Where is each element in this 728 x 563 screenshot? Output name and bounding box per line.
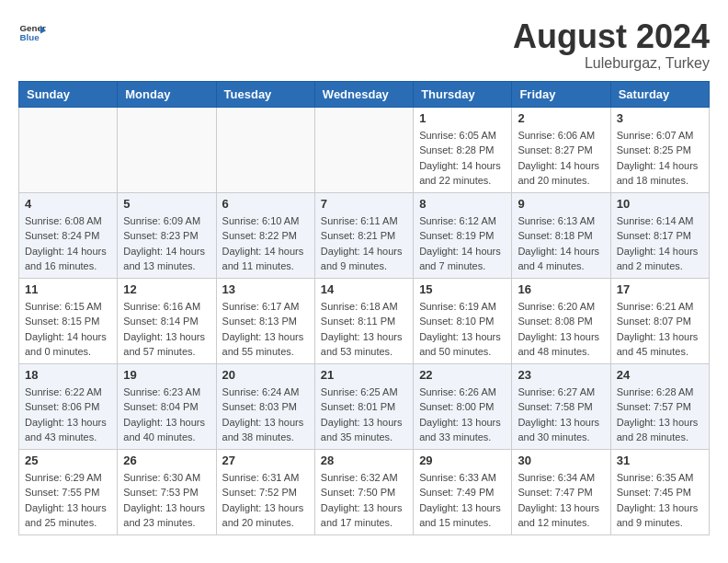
calendar-day-cell: 10Sunrise: 6:14 AMSunset: 8:17 PMDayligh… — [610, 192, 709, 278]
calendar-day-cell: 11Sunrise: 6:15 AMSunset: 8:15 PMDayligh… — [19, 278, 118, 363]
day-info: Sunrise: 6:10 AMSunset: 8:22 PMDaylight:… — [222, 213, 309, 274]
day-number: 28 — [321, 454, 407, 467]
calendar-day-cell — [118, 107, 216, 192]
day-number: 11 — [25, 282, 111, 296]
calendar-day-cell: 18Sunrise: 6:22 AMSunset: 8:06 PMDayligh… — [19, 363, 118, 449]
day-info: Sunrise: 6:19 AMSunset: 8:10 PMDaylight:… — [419, 299, 506, 360]
day-number: 6 — [222, 197, 309, 211]
day-number: 17 — [617, 282, 703, 296]
calendar-day-cell: 31Sunrise: 6:35 AMSunset: 7:45 PMDayligh… — [610, 449, 709, 534]
calendar-day-cell — [314, 107, 413, 192]
day-info: Sunrise: 6:11 AMSunset: 8:21 PMDaylight:… — [321, 213, 407, 274]
day-number: 23 — [518, 368, 604, 382]
day-info: Sunrise: 6:33 AMSunset: 7:49 PMDaylight:… — [419, 470, 506, 531]
day-number: 16 — [518, 282, 604, 296]
calendar-day-cell: 8Sunrise: 6:12 AMSunset: 8:19 PMDaylight… — [414, 192, 512, 278]
day-number: 27 — [222, 454, 309, 467]
day-info: Sunrise: 6:23 AMSunset: 8:04 PMDaylight:… — [123, 385, 210, 445]
calendar-day-cell: 14Sunrise: 6:18 AMSunset: 8:11 PMDayligh… — [314, 278, 413, 363]
day-info: Sunrise: 6:16 AMSunset: 8:14 PMDaylight:… — [123, 299, 210, 360]
day-number: 21 — [321, 368, 407, 382]
day-info: Sunrise: 6:12 AMSunset: 8:19 PMDaylight:… — [419, 213, 506, 274]
calendar-day-cell: 17Sunrise: 6:21 AMSunset: 8:07 PMDayligh… — [610, 278, 709, 363]
calendar-day-cell — [216, 107, 314, 192]
day-info: Sunrise: 6:31 AMSunset: 7:52 PMDaylight:… — [222, 470, 309, 531]
day-info: Sunrise: 6:32 AMSunset: 7:50 PMDaylight:… — [321, 470, 407, 531]
day-number: 24 — [617, 368, 703, 382]
day-info: Sunrise: 6:27 AMSunset: 7:58 PMDaylight:… — [518, 385, 604, 445]
day-number: 14 — [321, 282, 407, 296]
title-block: August 2024 Luleburgaz, Turkey — [513, 18, 710, 72]
month-year: August 2024 — [513, 18, 710, 55]
day-number: 22 — [419, 368, 506, 382]
calendar-day-cell: 15Sunrise: 6:19 AMSunset: 8:10 PMDayligh… — [414, 278, 512, 363]
day-info: Sunrise: 6:14 AMSunset: 8:17 PMDaylight:… — [617, 213, 703, 274]
day-number: 5 — [123, 197, 210, 211]
calendar-day-cell: 21Sunrise: 6:25 AMSunset: 8:01 PMDayligh… — [314, 363, 413, 449]
svg-text:Blue: Blue — [20, 32, 40, 42]
calendar-week-row: 1Sunrise: 6:05 AMSunset: 8:28 PMDaylight… — [19, 107, 710, 192]
calendar-header-row: SundayMondayTuesdayWednesdayThursdayFrid… — [19, 81, 710, 107]
calendar-day-cell: 19Sunrise: 6:23 AMSunset: 8:04 PMDayligh… — [118, 363, 216, 449]
calendar-day-cell: 16Sunrise: 6:20 AMSunset: 8:08 PMDayligh… — [512, 278, 610, 363]
day-info: Sunrise: 6:34 AMSunset: 7:47 PMDaylight:… — [518, 470, 604, 531]
location: Luleburgaz, Turkey — [513, 55, 710, 72]
calendar-day-cell: 28Sunrise: 6:32 AMSunset: 7:50 PMDayligh… — [314, 449, 413, 534]
day-number: 30 — [518, 454, 604, 467]
day-number: 31 — [617, 454, 703, 467]
day-info: Sunrise: 6:28 AMSunset: 7:57 PMDaylight:… — [617, 385, 703, 445]
day-number: 19 — [123, 368, 210, 382]
calendar-day-cell: 24Sunrise: 6:28 AMSunset: 7:57 PMDayligh… — [610, 363, 709, 449]
calendar-week-row: 18Sunrise: 6:22 AMSunset: 8:06 PMDayligh… — [19, 363, 710, 449]
day-number: 29 — [419, 454, 506, 467]
day-number: 2 — [518, 111, 604, 125]
day-info: Sunrise: 6:17 AMSunset: 8:13 PMDaylight:… — [222, 299, 309, 360]
calendar-day-cell: 13Sunrise: 6:17 AMSunset: 8:13 PMDayligh… — [216, 278, 314, 363]
day-number: 25 — [25, 454, 111, 467]
calendar-day-cell: 6Sunrise: 6:10 AMSunset: 8:22 PMDaylight… — [216, 192, 314, 278]
calendar-day-cell: 4Sunrise: 6:08 AMSunset: 8:24 PMDaylight… — [19, 192, 118, 278]
day-info: Sunrise: 6:21 AMSunset: 8:07 PMDaylight:… — [617, 299, 703, 360]
logo: General Blue — [18, 18, 46, 46]
col-header-wednesday: Wednesday — [314, 81, 413, 107]
col-header-thursday: Thursday — [414, 81, 512, 107]
day-number: 7 — [321, 197, 407, 211]
calendar-day-cell: 23Sunrise: 6:27 AMSunset: 7:58 PMDayligh… — [512, 363, 610, 449]
col-header-tuesday: Tuesday — [216, 81, 314, 107]
calendar-day-cell: 3Sunrise: 6:07 AMSunset: 8:25 PMDaylight… — [610, 107, 709, 192]
day-info: Sunrise: 6:24 AMSunset: 8:03 PMDaylight:… — [222, 385, 309, 445]
day-number: 26 — [123, 454, 210, 467]
calendar-day-cell: 22Sunrise: 6:26 AMSunset: 8:00 PMDayligh… — [414, 363, 512, 449]
calendar-day-cell: 1Sunrise: 6:05 AMSunset: 8:28 PMDaylight… — [414, 107, 512, 192]
day-number: 12 — [123, 282, 210, 296]
day-info: Sunrise: 6:15 AMSunset: 8:15 PMDaylight:… — [25, 299, 111, 360]
day-number: 15 — [419, 282, 506, 296]
day-number: 9 — [518, 197, 604, 211]
calendar-table: SundayMondayTuesdayWednesdayThursdayFrid… — [18, 81, 710, 535]
day-info: Sunrise: 6:05 AMSunset: 8:28 PMDaylight:… — [419, 128, 506, 189]
calendar-day-cell: 9Sunrise: 6:13 AMSunset: 8:18 PMDaylight… — [512, 192, 610, 278]
calendar-day-cell: 2Sunrise: 6:06 AMSunset: 8:27 PMDaylight… — [512, 107, 610, 192]
day-info: Sunrise: 6:07 AMSunset: 8:25 PMDaylight:… — [617, 128, 703, 189]
col-header-friday: Friday — [512, 81, 610, 107]
day-number: 8 — [419, 197, 506, 211]
calendar-day-cell: 26Sunrise: 6:30 AMSunset: 7:53 PMDayligh… — [118, 449, 216, 534]
day-number: 1 — [419, 111, 506, 125]
calendar-day-cell: 27Sunrise: 6:31 AMSunset: 7:52 PMDayligh… — [216, 449, 314, 534]
day-number: 18 — [25, 368, 111, 382]
day-info: Sunrise: 6:13 AMSunset: 8:18 PMDaylight:… — [518, 213, 604, 274]
col-header-sunday: Sunday — [19, 81, 118, 107]
day-info: Sunrise: 6:30 AMSunset: 7:53 PMDaylight:… — [123, 470, 210, 531]
day-info: Sunrise: 6:09 AMSunset: 8:23 PMDaylight:… — [123, 213, 210, 274]
calendar-day-cell — [19, 107, 118, 192]
day-number: 4 — [25, 197, 111, 211]
col-header-saturday: Saturday — [610, 81, 709, 107]
day-info: Sunrise: 6:25 AMSunset: 8:01 PMDaylight:… — [321, 385, 407, 445]
day-info: Sunrise: 6:18 AMSunset: 8:11 PMDaylight:… — [321, 299, 407, 360]
calendar-day-cell: 20Sunrise: 6:24 AMSunset: 8:03 PMDayligh… — [216, 363, 314, 449]
calendar-week-row: 25Sunrise: 6:29 AMSunset: 7:55 PMDayligh… — [19, 449, 710, 534]
day-number: 20 — [222, 368, 309, 382]
col-header-monday: Monday — [118, 81, 216, 107]
day-info: Sunrise: 6:06 AMSunset: 8:27 PMDaylight:… — [518, 128, 604, 189]
day-info: Sunrise: 6:26 AMSunset: 8:00 PMDaylight:… — [419, 385, 506, 445]
